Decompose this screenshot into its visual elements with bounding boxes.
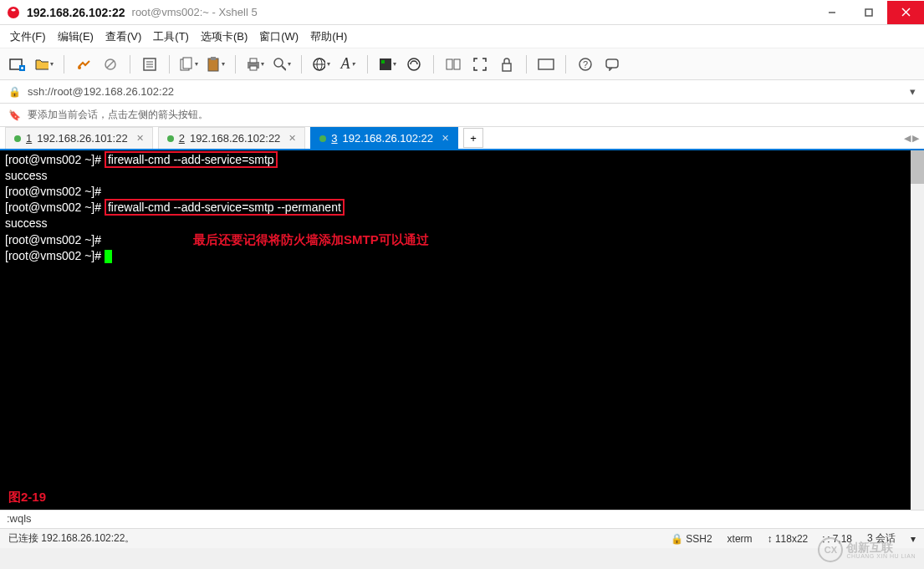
tab-label: 192.168.26.102:22 [190, 132, 280, 145]
output-line: success [5, 168, 919, 184]
command-highlighted: firewall-cmd --add-service=smtp --perman… [105, 199, 345, 216]
keyboard-icon[interactable] [537, 55, 555, 74]
font-icon[interactable]: A [339, 55, 357, 74]
menubar: 文件(F) 编辑(E) 查看(V) 工具(T) 选项卡(B) 窗口(W) 帮助(… [0, 25, 924, 48]
svg-point-0 [8, 7, 19, 18]
scrollbar-thumb[interactable] [911, 150, 924, 184]
address-url[interactable]: ssh://root@192.168.26.102:22 [28, 85, 174, 98]
status-size: ↕ 118x22 [768, 533, 809, 545]
svg-rect-33 [503, 64, 511, 71]
prompt: [root@vms002 ~]# [5, 153, 105, 166]
paste-icon[interactable] [207, 55, 225, 74]
tile-horizontal-icon[interactable] [444, 55, 462, 74]
svg-rect-18 [208, 58, 218, 71]
disconnect-icon[interactable] [101, 55, 120, 74]
tab-session-2[interactable]: 2 192.168.26.102:22 ✕ [158, 127, 306, 149]
separator [169, 55, 170, 74]
bookmark-icon[interactable]: 🔖 [8, 109, 21, 121]
status-protocol: 🔒 SSH2 [671, 533, 712, 545]
tab-label: 192.168.26.101:22 [37, 132, 127, 145]
cursor [105, 250, 112, 263]
color-scheme-icon[interactable] [378, 55, 396, 74]
separator [64, 55, 64, 74]
svg-rect-34 [539, 59, 554, 69]
svg-text:?: ? [583, 59, 588, 69]
tab-close-icon[interactable]: ✕ [442, 133, 449, 144]
go-icon[interactable]: ▾ [910, 85, 916, 98]
app-icon [7, 6, 20, 19]
chat-icon[interactable] [603, 55, 621, 74]
separator [565, 55, 566, 74]
svg-rect-17 [183, 58, 191, 69]
status-dot-icon [319, 135, 326, 142]
menu-view[interactable]: 查看(V) [105, 29, 141, 44]
tab-add-button[interactable]: + [463, 128, 483, 148]
toolbar: A ? [0, 48, 924, 80]
svg-line-24 [282, 66, 286, 70]
tab-close-icon[interactable]: ✕ [288, 133, 296, 144]
watermark-cn: 创新互联 [846, 541, 916, 553]
menu-edit[interactable]: 编辑(E) [58, 29, 94, 44]
status-dot-icon [167, 135, 174, 142]
maximize-button[interactable] [850, 1, 887, 24]
tab-next-icon[interactable]: ▶ [912, 133, 919, 144]
menu-window[interactable]: 窗口(W) [259, 29, 299, 44]
status-dot-icon [14, 135, 21, 142]
help-icon[interactable]: ? [576, 55, 595, 74]
tab-session-1[interactable]: 1 192.168.26.101:22 ✕ [5, 127, 153, 149]
tab-prev-icon[interactable]: ◀ [904, 133, 911, 144]
infobar: 🔖 要添加当前会话，点击左侧的箭头按钮。 [0, 104, 924, 127]
lock-small-icon: 🔒 [8, 86, 21, 98]
reconnect-icon[interactable] [74, 55, 93, 74]
tab-nav: ◀ ▶ [904, 133, 919, 144]
separator [367, 55, 368, 74]
print-icon[interactable] [246, 55, 264, 74]
svg-point-23 [274, 58, 283, 67]
new-session-icon[interactable] [8, 55, 27, 74]
tabbar: 1 192.168.26.101:22 ✕ 2 192.168.26.102:2… [0, 127, 924, 150]
status-termtype: xterm [727, 533, 753, 545]
prompt-line: [root@vms002 ~]# [5, 233, 101, 246]
tab-number: 1 [26, 132, 32, 145]
svg-rect-22 [250, 66, 257, 70]
minimize-button[interactable] [814, 1, 850, 24]
encoding-icon[interactable] [312, 55, 330, 74]
command-input-bar[interactable]: :wqls [0, 510, 924, 528]
menu-tabs[interactable]: 选项卡(B) [201, 29, 248, 44]
watermark-logo-icon: CX [818, 537, 843, 562]
statusbar: 已连接 192.168.26.102:22。 🔒 SSH2 xterm ↕ 11… [0, 528, 924, 548]
prompt: [root@vms002 ~]# [5, 201, 105, 214]
scrollbar[interactable] [911, 150, 924, 510]
tab-number: 3 [331, 132, 337, 145]
lock-icon[interactable] [498, 55, 516, 74]
open-session-icon[interactable] [35, 55, 54, 74]
tab-number: 2 [179, 132, 185, 145]
tab-session-3[interactable]: 3 192.168.26.102:22 ✕ [310, 127, 458, 149]
status-connection: 已连接 192.168.26.102:22。 [8, 531, 135, 546]
svg-point-30 [408, 58, 420, 70]
svg-rect-32 [454, 59, 460, 69]
copy-icon[interactable] [180, 55, 198, 74]
menu-file[interactable]: 文件(F) [10, 29, 46, 44]
menu-help[interactable]: 帮助(H) [310, 29, 347, 44]
find-icon[interactable] [273, 55, 291, 74]
close-button[interactable] [887, 1, 924, 24]
svg-rect-40 [606, 59, 618, 68]
terminal[interactable]: [root@vms002 ~]# firewall-cmd --add-serv… [0, 150, 924, 510]
tab-close-icon[interactable]: ✕ [136, 133, 144, 144]
separator [235, 55, 236, 74]
menu-tools[interactable]: 工具(T) [153, 29, 189, 44]
svg-rect-2 [865, 9, 872, 16]
window-controls [814, 1, 924, 24]
fullscreen-icon[interactable] [471, 55, 489, 74]
addressbar: 🔒 ssh://root@192.168.26.102:22 ▾ [0, 80, 924, 104]
svg-rect-21 [250, 58, 257, 63]
tab-label: 192.168.26.102:22 [343, 132, 433, 145]
highlight-icon[interactable] [405, 55, 423, 74]
window-title: 192.168.26.102:22 [27, 6, 125, 19]
watermark-en: CHUANG XIN HU LIAN [846, 553, 916, 559]
watermark: CX 创新互联 CHUANG XIN HU LIAN [818, 537, 916, 562]
figure-label: 图2-19 [8, 489, 46, 505]
properties-icon[interactable] [140, 55, 159, 74]
svg-point-9 [78, 66, 81, 69]
